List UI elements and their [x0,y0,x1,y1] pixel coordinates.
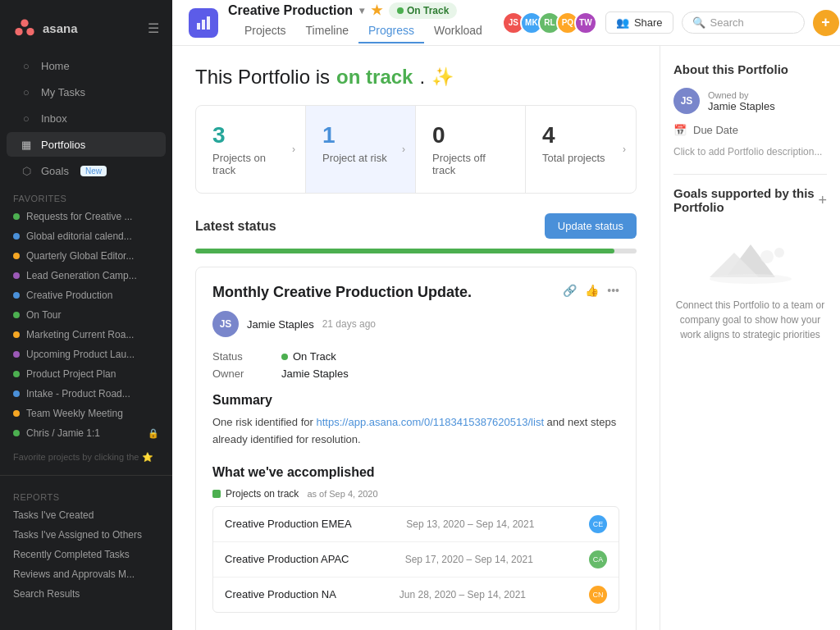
sidebar-report-created[interactable]: Tasks I've Created [0,505,172,525]
tab-progress[interactable]: Progress [358,19,424,43]
sidebar: asana ☰ ○ Home ○ My Tasks ○ Inbox ▦ Port… [0,0,172,630]
mountain-svg [701,228,800,285]
stat-chevron-icon: › [292,144,295,155]
on-track-badge: Projects on track as of Sep 4, 2020 [212,488,619,500]
author-time: 21 days ago [322,318,376,330]
sidebar-fav-chris-jamie[interactable]: Chris / Jamie 1:1 🔒 [0,423,172,443]
accomplished-title: What we've accomplished [212,465,619,480]
portfolio-header: This Portfolio is on track . ✨ [195,66,637,89]
sidebar-fav-requests[interactable]: Requests for Creative ... [0,207,172,226]
sidebar-item-inbox-label: Inbox [41,112,67,125]
project-name: Creative Production EMEA [225,518,352,530]
stat-on-track[interactable]: 3 Projects on track › [196,106,306,193]
project-dates: Jun 28, 2020 – Sep 14, 2021 [399,589,526,600]
sidebar-item-my-tasks-label: My Tasks [41,86,85,98]
svg-rect-4 [202,20,205,30]
stat-at-risk[interactable]: 1 Project at risk › View projects [306,106,416,193]
owner-value: Jamie Staples [281,368,349,380]
stat-on-track-number: 3 [212,122,289,148]
project-title-area: Creative Production ▾ ★ On Track Project… [228,2,492,43]
on-track-dot-icon [281,354,288,360]
add-button[interactable]: + [813,10,839,36]
tab-timeline[interactable]: Timeline [296,19,358,43]
fav-dot [13,410,20,417]
project-list-item-apac[interactable]: Creative Production APAC Sep 17, 2020 – … [213,542,619,578]
calendar-icon: 📅 [673,124,687,136]
stat-off-track[interactable]: 0 Projects off track [416,106,526,193]
latest-status-title: Latest status [195,219,276,234]
sidebar-fav-upcoming-product[interactable]: Upcoming Product Lau... [0,345,172,364]
sidebar-menu-button[interactable]: ☰ [148,21,159,36]
status-dot-icon [397,7,404,14]
sidebar-item-portfolios[interactable]: ▦ Portfolios [7,132,166,157]
share-button[interactable]: 👥 Share [605,11,673,34]
sidebar-report-assigned[interactable]: Tasks I've Assigned to Others [0,525,172,545]
goals-new-badge: New [80,166,107,176]
sidebar-fav-quarterly[interactable]: Quarterly Global Editor... [0,246,172,266]
sidebar-item-inbox[interactable]: ○ Inbox [7,106,166,130]
green-square-icon [212,490,221,498]
share-icon: 👥 [616,16,629,29]
description-placeholder[interactable]: Click to add Portfolio description... [673,146,827,158]
fav-dot [13,253,20,259]
author-name: Jamie Staples [247,318,314,331]
project-title-row: Creative Production ▾ ★ On Track [228,2,492,19]
due-date-label: Due Date [693,124,738,136]
svg-rect-5 [207,16,210,30]
fav-dot [13,213,20,220]
sidebar-report-search[interactable]: Search Results [0,584,172,604]
goals-add-button[interactable]: + [818,192,827,209]
owner-avatar: JS [673,88,700,114]
more-icon[interactable]: ••• [607,284,619,297]
sidebar-fav-team-weekly[interactable]: Team Weekly Meeting [0,404,172,423]
goals-icon: ⬡ [20,164,33,177]
svg-point-2 [26,28,34,35]
fav-dot [13,371,20,377]
fav-dot [13,292,20,299]
sidebar-fav-intake[interactable]: Intake - Product Road... [0,384,172,404]
sidebar-report-completed[interactable]: Recently Completed Tasks [0,545,172,564]
sidebar-item-my-tasks[interactable]: ○ My Tasks [7,80,166,104]
right-sidebar: About this Portfolio JS Owned by Jamie S… [660,46,840,630]
status-value-text: On Track [293,350,336,363]
tab-workload[interactable]: Workload [424,19,492,43]
stat-total[interactable]: 4 Total projects › [526,106,636,193]
thumbs-up-icon[interactable]: 👍 [585,284,599,297]
sidebar-fav-on-tour[interactable]: On Tour [0,305,172,325]
sidebar-fav-product-plan[interactable]: Product Project Plan [0,364,172,384]
update-status-button[interactable]: Update status [545,213,637,239]
project-list-item-na[interactable]: Creative Production NA Jun 28, 2020 – Se… [213,578,619,612]
project-list-item-emea[interactable]: Creative Production EMEA Sep 13, 2020 – … [213,507,619,542]
star-icon[interactable]: ★ [371,2,382,18]
svg-point-8 [710,274,792,284]
sidebar-report-reviews[interactable]: Reviews and Approvals M... [0,564,172,584]
status-card-header: Monthly Creative Production Update. 🔗 👍 … [212,284,619,311]
avatar-5: TW [574,11,597,34]
search-box[interactable]: 🔍 Search [682,11,805,34]
content-main: This Portfolio is on track . ✨ 3 Project… [172,46,660,630]
goals-section-title: Goals supported by this Portfolio [673,186,818,214]
project-title-text: Creative Production [228,3,353,18]
sidebar-fav-creative-production[interactable]: Creative Production [0,285,172,305]
fav-dot [13,233,20,240]
project-avatar: CE [589,515,607,533]
search-placeholder: Search [710,16,744,29]
portfolio-header-prefix: This Portfolio is [195,66,330,89]
inbox-icon: ○ [20,112,33,125]
sidebar-item-goals-label: Goals [41,165,69,177]
tab-projects[interactable]: Projects [235,19,296,43]
summary-link[interactable]: https://app.asana.com/0/1183415387620513… [316,416,544,428]
reports-section-label: Reports [0,482,172,505]
author-row: JS Jamie Staples 21 days ago [212,311,619,337]
author-avatar: JS [212,311,239,337]
sidebar-fav-lead-gen[interactable]: Lead Generation Camp... [0,266,172,285]
sidebar-fav-marketing[interactable]: Marketing Current Roa... [0,325,172,345]
svg-point-10 [774,248,784,258]
sidebar-fav-global-editorial[interactable]: Global editorial calend... [0,226,172,246]
sidebar-item-goals[interactable]: ⬡ Goals New [7,158,166,183]
link-icon[interactable]: 🔗 [563,284,577,297]
goals-header: Goals supported by this Portfolio + [673,186,827,214]
status-row: Status On Track [212,350,619,363]
accomplished-section: What we've accomplished Projects on trac… [212,465,619,613]
sidebar-item-home[interactable]: ○ Home [7,53,166,78]
